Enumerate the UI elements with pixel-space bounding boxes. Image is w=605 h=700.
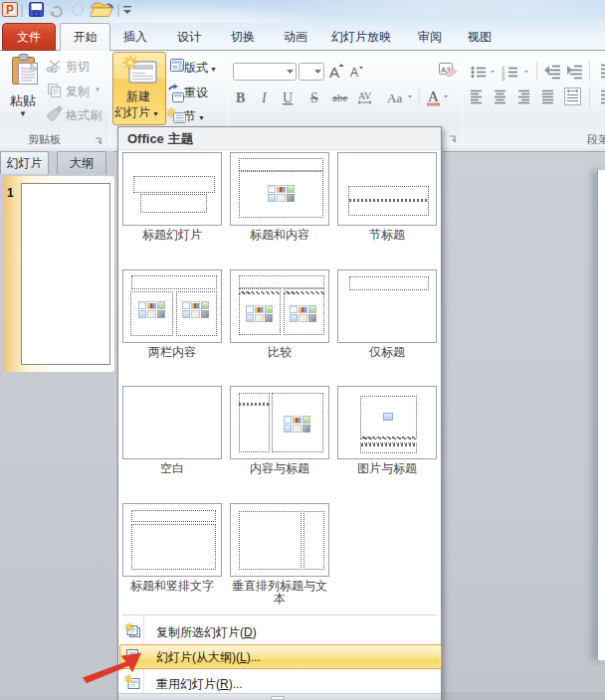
svg-text:3: 3 [502, 76, 505, 82]
svg-text:A: A [350, 66, 358, 80]
svg-text:P: P [6, 3, 14, 17]
svg-text:U: U [283, 90, 293, 105]
svg-text:abe: abe [332, 91, 347, 103]
svg-text:A: A [428, 88, 439, 104]
svg-text:I: I [261, 90, 268, 105]
svg-text:S: S [310, 90, 318, 105]
svg-text:AV: AV [358, 90, 372, 101]
svg-text:A: A [329, 64, 339, 81]
svg-text:Aa: Aa [387, 90, 402, 105]
svg-text:B: B [236, 90, 245, 105]
